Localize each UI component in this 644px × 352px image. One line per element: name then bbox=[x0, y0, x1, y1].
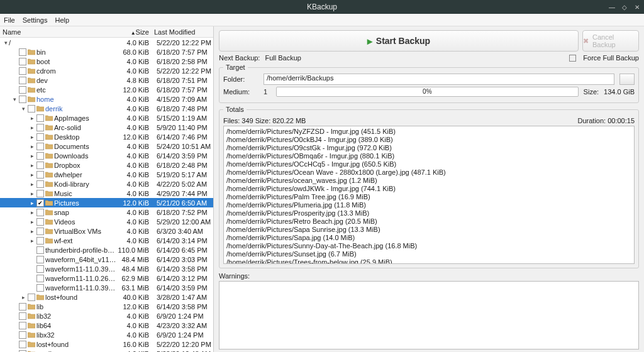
expand-icon[interactable]: ▸ bbox=[29, 219, 35, 225]
include-checkbox[interactable] bbox=[36, 284, 44, 292]
include-checkbox[interactable] bbox=[19, 303, 26, 311]
expand-icon[interactable]: ▸ bbox=[29, 172, 35, 178]
include-checkbox[interactable] bbox=[19, 58, 26, 65]
tree-row[interactable]: ▸✔Pictures12.0 KiB5/21/20 6:50 AM bbox=[0, 198, 213, 207]
include-checkbox[interactable] bbox=[36, 256, 44, 263]
expand-icon[interactable]: ▸ bbox=[29, 181, 35, 187]
tree-row[interactable]: lib324.0 KiB6/9/20 1:24 PM bbox=[0, 311, 213, 321]
tree-row[interactable]: ▸snap4.0 KiB6/18/20 7:52 PM bbox=[0, 207, 213, 217]
col-size[interactable]: ▲Size bbox=[116, 28, 152, 36]
warnings-box[interactable] bbox=[219, 281, 639, 349]
minimize-icon[interactable]: ― bbox=[608, 3, 616, 11]
tree-row[interactable]: ▾home4.0 KiB4/15/20 7:09 AM bbox=[0, 94, 213, 104]
expand-icon[interactable]: ▸ bbox=[29, 124, 35, 131]
menu-settings[interactable]: Settings bbox=[23, 16, 48, 24]
include-checkbox[interactable] bbox=[19, 86, 26, 94]
tree-row[interactable]: etc12.0 KiB6/18/20 7:57 PM bbox=[0, 85, 213, 94]
expand-icon[interactable]: ▸ bbox=[29, 200, 35, 206]
tree-row[interactable]: cdrom4.0 KiB5/22/20 12:22 PM bbox=[0, 66, 213, 75]
tree-row[interactable]: lost+found16.0 KiB5/22/20 12:20 PM bbox=[0, 339, 213, 349]
include-checkbox[interactable] bbox=[36, 152, 44, 160]
expand-icon[interactable]: ▸ bbox=[29, 143, 35, 150]
include-checkbox[interactable] bbox=[36, 171, 44, 179]
tree-row[interactable]: libx324.0 KiB6/9/20 1:24 PM bbox=[0, 330, 213, 339]
include-checkbox[interactable] bbox=[36, 218, 44, 226]
expand-icon[interactable]: ▸ bbox=[29, 153, 35, 159]
include-checkbox[interactable] bbox=[36, 246, 44, 254]
tree-row[interactable]: ▾derrik4.0 KiB6/18/20 7:48 PM bbox=[0, 104, 213, 113]
cancel-backup-button[interactable]: ✖ Cancel Backup bbox=[582, 30, 639, 52]
expand-icon[interactable]: ▸ bbox=[29, 115, 35, 121]
include-checkbox[interactable] bbox=[36, 143, 44, 150]
include-checkbox[interactable] bbox=[36, 114, 44, 122]
include-checkbox[interactable] bbox=[19, 322, 26, 329]
include-checkbox[interactable]: ✔ bbox=[36, 199, 44, 207]
include-checkbox[interactable] bbox=[36, 265, 44, 273]
collapse-icon[interactable]: ▾ bbox=[11, 96, 18, 102]
tree-row[interactable]: boot4.0 KiB6/18/20 2:58 PM bbox=[0, 57, 213, 66]
expand-icon[interactable]: ▸ bbox=[29, 209, 35, 216]
expand-icon[interactable]: ▸ bbox=[29, 238, 35, 244]
include-checkbox[interactable] bbox=[19, 350, 26, 353]
tree-row[interactable]: ▸AppImages4.0 KiB5/15/20 1:19 AM bbox=[0, 113, 213, 123]
tree-row[interactable]: bin68.0 KiB6/18/20 7:57 PM bbox=[0, 47, 213, 57]
tree-row[interactable]: ▸Dropbox4.0 KiB6/18/20 2:48 PM bbox=[0, 160, 213, 170]
maximize-icon[interactable]: ◇ bbox=[620, 3, 629, 11]
include-checkbox[interactable] bbox=[19, 77, 26, 84]
menu-file[interactable]: File bbox=[4, 16, 15, 24]
tree-row[interactable]: thunderbird-profile-backup-06_14_2020.ta… bbox=[0, 245, 213, 255]
include-checkbox[interactable] bbox=[19, 341, 26, 348]
expand-icon[interactable]: ▸ bbox=[20, 294, 26, 300]
tree-row[interactable]: ▸Kodi-library4.0 KiB4/22/20 5:02 AM bbox=[0, 179, 213, 189]
tree-row[interactable]: dev4.8 KiB6/18/20 7:51 PM bbox=[0, 75, 213, 85]
tree-body[interactable]: ▾/4.0 KiB5/22/20 12:22 PMbin68.0 KiB6/18… bbox=[0, 38, 213, 352]
tree-row[interactable]: waveform_64bit_v11.0.26.deb48.4 MiB6/14/… bbox=[0, 255, 213, 264]
menu-help[interactable]: Help bbox=[55, 16, 69, 24]
include-checkbox[interactable] bbox=[19, 96, 26, 103]
expand-icon[interactable]: ▸ bbox=[29, 134, 35, 140]
include-checkbox[interactable] bbox=[28, 105, 35, 113]
include-checkbox[interactable] bbox=[19, 48, 26, 56]
col-name[interactable]: Name bbox=[0, 28, 116, 36]
tree-row[interactable]: lib12.0 KiB6/14/20 3:58 PM bbox=[0, 302, 213, 311]
expand-icon[interactable]: ▸ bbox=[29, 162, 35, 168]
include-checkbox[interactable] bbox=[36, 237, 44, 245]
tree-row[interactable]: ▸Documents4.0 KiB5/24/20 10:51 AM bbox=[0, 141, 213, 151]
folder-input[interactable]: /home/derrik/Backups bbox=[264, 74, 614, 85]
tree-row[interactable]: ▸Videos4.0 KiB5/29/20 12:00 AM bbox=[0, 217, 213, 226]
tree-row[interactable]: ▸dwhelper4.0 KiB5/19/20 5:17 AM bbox=[0, 170, 213, 179]
include-checkbox[interactable] bbox=[36, 228, 44, 235]
tree-row[interactable]: ▸VirtualBox VMs4.0 KiB6/3/20 3:40 AM bbox=[0, 226, 213, 236]
include-checkbox[interactable] bbox=[36, 133, 44, 141]
collapse-icon[interactable]: ▾ bbox=[3, 40, 9, 46]
expand-icon[interactable]: ▸ bbox=[29, 228, 35, 234]
col-date[interactable]: Last Modified bbox=[152, 28, 213, 36]
include-checkbox[interactable] bbox=[36, 190, 44, 197]
tree-row[interactable]: ▸wf-ext4.0 KiB6/14/20 3:14 PM bbox=[0, 236, 213, 245]
tree-row[interactable]: lib644.0 KiB4/23/20 3:32 AM bbox=[0, 321, 213, 330]
include-checkbox[interactable] bbox=[36, 124, 44, 131]
folder-browse-button[interactable] bbox=[619, 74, 635, 85]
force-full-backup-checkbox[interactable] bbox=[569, 55, 576, 62]
close-icon[interactable]: ✕ bbox=[633, 3, 641, 11]
include-checkbox[interactable] bbox=[36, 180, 44, 188]
include-checkbox[interactable] bbox=[36, 162, 44, 169]
include-checkbox[interactable] bbox=[19, 67, 26, 75]
collapse-icon[interactable]: ▾ bbox=[20, 106, 26, 112]
expand-icon[interactable]: ▸ bbox=[29, 190, 35, 197]
tree-row[interactable]: ▸Music4.0 KiB4/29/20 7:44 PM bbox=[0, 189, 213, 198]
tree-row[interactable]: ▸Arc-solid4.0 KiB5/9/20 11:40 PM bbox=[0, 123, 213, 132]
tree-row[interactable]: ▸lost+found40.0 KiB3/28/20 1:47 AM bbox=[0, 292, 213, 302]
start-backup-button[interactable]: ▸ Start Backup bbox=[219, 30, 579, 52]
tree-row[interactable]: waveform11-11.0.39.tgz63.1 MiB6/14/20 3:… bbox=[0, 283, 213, 292]
tree-row[interactable]: waveform11-11.0.26-2.x86_64.rpm62.9 MiB6… bbox=[0, 273, 213, 283]
tree-row[interactable]: ▸Desktop12.0 KiB6/14/20 7:46 PM bbox=[0, 132, 213, 141]
tree-row[interactable]: ▾/4.0 KiB5/22/20 12:22 PM bbox=[0, 38, 213, 47]
tree-row[interactable]: ▸media4.0 KiB5/23/20 12:48 AM bbox=[0, 349, 213, 352]
include-checkbox[interactable] bbox=[19, 312, 26, 320]
backup-log[interactable]: /home/derrik/Pictures/NyZFZSD - Imgur.jp… bbox=[223, 126, 635, 264]
include-checkbox[interactable] bbox=[36, 209, 44, 216]
include-checkbox[interactable] bbox=[19, 331, 26, 339]
tree-row[interactable]: waveform11-11.0.39.deb48.4 MiB6/14/20 3:… bbox=[0, 264, 213, 273]
include-checkbox[interactable] bbox=[36, 275, 44, 282]
